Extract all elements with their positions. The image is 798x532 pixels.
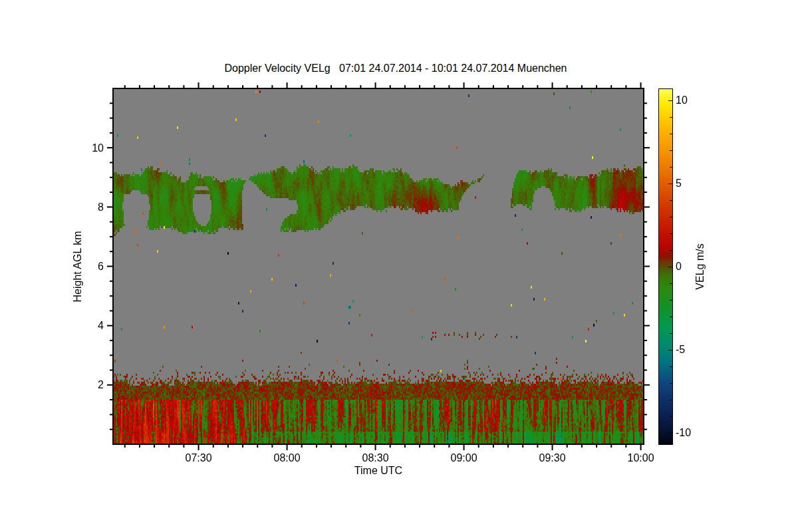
y-axis-label: Height AGL km [72, 200, 84, 333]
y-tick-label: 10 [92, 142, 104, 154]
x-tick-label: 09:30 [539, 452, 566, 464]
colorbar-tick-label: -5 [676, 344, 685, 355]
x-axis-label: Time UTC [113, 465, 644, 477]
x-tick-label: 08:00 [274, 452, 301, 464]
colorbar-label: VELg m/s [694, 200, 706, 333]
axes-layer: 07:3008:0008:3009:0009:3010:002468101050… [0, 0, 798, 532]
x-tick-label: 08:30 [362, 452, 389, 464]
colorbar-tick-label: -10 [676, 427, 691, 438]
y-tick-label: 4 [98, 320, 104, 331]
plot-frame [113, 88, 644, 444]
y-tick-label: 6 [98, 261, 104, 272]
figure: Doppler Velocity VELg 07:01 24.07.2014 -… [0, 0, 798, 532]
colorbar-tick-label: 0 [676, 261, 682, 272]
y-tick-label: 2 [98, 379, 104, 390]
colorbar-tick-label: 10 [676, 94, 688, 106]
x-tick-label: 09:00 [451, 452, 477, 464]
y-tick-label: 8 [98, 201, 104, 213]
colorbar-tick-label: 5 [676, 178, 682, 189]
x-tick-label: 10:00 [628, 452, 654, 464]
x-tick-label: 07:30 [186, 452, 212, 464]
